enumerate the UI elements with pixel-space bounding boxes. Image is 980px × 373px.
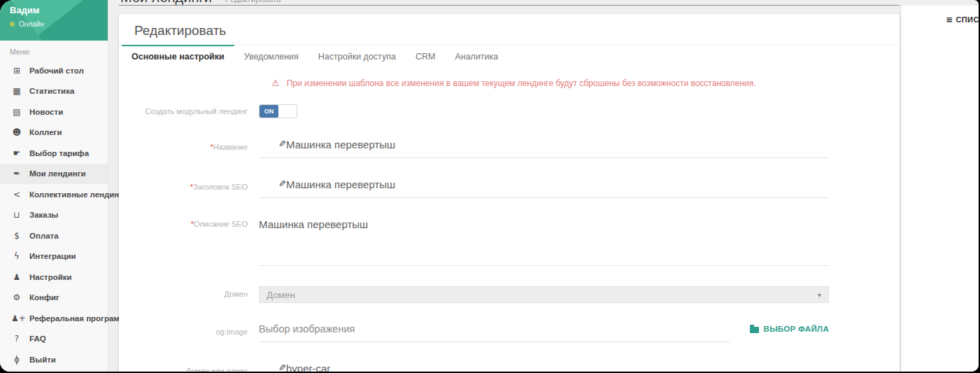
cart-icon: ⊔: [11, 210, 22, 220]
name-label: Название: [213, 143, 248, 151]
seo-title-value: Машинка перевертыш: [286, 178, 395, 190]
alias-input[interactable]: ✎ hyper-car: [259, 363, 829, 372]
user-icon: ♟: [11, 272, 22, 282]
seo-description-row: *Описание SEO Машинка перевертыш: [119, 218, 900, 266]
modular-landing-toggle[interactable]: ON: [259, 104, 297, 118]
dashboard-icon: ⊞: [11, 66, 22, 76]
sidebar-item-tariff[interactable]: ☛ Выбор тарифа: [0, 143, 108, 164]
colleagues-icon: ☻: [11, 127, 22, 137]
og-image-input[interactable]: Выбор изображения: [259, 323, 730, 342]
tab-notifications[interactable]: Уведомления: [234, 45, 308, 68]
sidebar-menu: ⊞ Рабочий стол ▦ Статистика ▤ Новости ☻ …: [0, 60, 108, 370]
sidebar-item-referral[interactable]: ♟+ Реферальная программа: [0, 308, 108, 329]
modular-landing-row: Создать модульный лендинг ON: [119, 104, 900, 118]
pencil-icon: ✎: [267, 363, 286, 372]
edit-card: Редактировать Основные настройки Уведомл…: [119, 14, 900, 372]
toggle-on-label: ON: [260, 105, 278, 118]
pencil-icon: ✎: [267, 139, 286, 149]
sidebar-item-integrations[interactable]: ϟ Интеграции: [0, 246, 108, 267]
settings-form: Создать модульный лендинг ON *Название ✎…: [119, 104, 900, 372]
question-icon: ?: [11, 334, 22, 344]
sidebar-user-panel: Вадим Онлайн: [0, 0, 108, 41]
chevron-down-icon: ▾: [818, 291, 821, 299]
app-window: Вадим Онлайн Меню ⊞ Рабочий стол ▦ Стати…: [0, 0, 979, 372]
seo-description-label: Описание SEO: [194, 220, 248, 228]
plug-icon: ϟ: [11, 251, 22, 261]
template-warning: ⚠ При изменении шаблона все изменения в …: [271, 78, 900, 88]
sidebar: Вадим Онлайн Меню ⊞ Рабочий стол ▦ Стати…: [0, 0, 108, 372]
pencil-icon: ✎: [267, 178, 286, 189]
name-input[interactable]: ✎ Машинка перевертыш: [259, 139, 829, 158]
warning-text: При изменении шаблона все изменения в ва…: [287, 78, 756, 88]
tab-analytics[interactable]: Аналитика: [445, 45, 508, 68]
sidebar-item-logout[interactable]: ɸ Выйти: [0, 349, 108, 370]
hand-pointer-icon: ☛: [11, 148, 22, 158]
seo-title-row: *Заголовок SEO ✎ Машинка перевертыш: [119, 178, 900, 198]
sidebar-item-statistics[interactable]: ▦ Статистика: [0, 81, 108, 102]
alias-row: Домен или алиас ✎ hyper-car: [119, 363, 900, 372]
news-icon: ▤: [11, 107, 22, 117]
page-title: Мои лендинги: [120, 0, 212, 6]
sidebar-item-faq[interactable]: ? FAQ: [0, 329, 108, 350]
warning-icon: ⚠: [271, 78, 280, 88]
user-plus-icon: ♟+: [11, 314, 22, 323]
og-image-row: og:image Выбор изображения ВЫБОР ФАЙЛА: [119, 323, 900, 342]
sidebar-item-settings[interactable]: ♟ Настройки: [0, 267, 108, 288]
alias-label: Домен или алиас: [119, 363, 259, 372]
seo-title-input[interactable]: ✎ Машинка перевертыш: [259, 178, 829, 198]
sidebar-item-news[interactable]: ▤ Новости: [0, 101, 108, 122]
gears-icon: ⚙: [11, 293, 22, 302]
tab-access-settings[interactable]: Настройки доступа: [308, 45, 406, 68]
name-value: Машинка перевертыш: [286, 139, 395, 150]
tab-main-settings[interactable]: Основные настройки: [122, 45, 234, 68]
sidebar-item-colleagues[interactable]: ☻ Коллеги: [0, 122, 108, 143]
right-toolbar: ≡ список: [900, 6, 979, 372]
list-view-button[interactable]: ≡ список: [946, 15, 979, 24]
sidebar-item-config[interactable]: ⚙ Конфиг: [0, 288, 108, 309]
name-row: *Название ✎ Машинка перевертыш: [119, 139, 900, 158]
sidebar-item-collective-landings[interactable]: < Коллективные лендинги: [0, 184, 108, 205]
card-title: Редактировать: [119, 14, 900, 45]
folder-icon: [750, 327, 759, 333]
sidebar-item-payment[interactable]: $ Оплата: [0, 225, 108, 246]
modular-landing-label: Создать модульный лендинг: [119, 104, 259, 115]
menu-section-label: Меню: [10, 48, 98, 56]
choose-file-button[interactable]: ВЫБОР ФАЙЛА: [750, 325, 829, 333]
domain-row: Домен Домен ▾: [119, 286, 900, 303]
tab-bar: Основные настройки Уведомления Настройки…: [119, 45, 900, 68]
seo-description-textarea[interactable]: Машинка перевертыш: [259, 218, 829, 266]
stats-icon: ▦: [11, 86, 22, 96]
online-status-label: Онлайн: [19, 20, 44, 28]
share-icon: <: [11, 190, 22, 199]
domain-label: Домен: [119, 286, 259, 298]
list-icon: ≡: [946, 15, 953, 24]
user-name: Вадим: [10, 5, 108, 15]
sidebar-item-orders[interactable]: ⊔ Заказы: [0, 205, 108, 226]
alias-value: hyper-car: [286, 363, 330, 372]
sidebar-item-my-landings[interactable]: ✒ Мои лендинги: [0, 164, 108, 185]
seo-title-label: Заголовок SEO: [193, 183, 248, 191]
online-status-dot: [10, 22, 15, 27]
breadcrumb: Редактировать: [225, 0, 280, 3]
main-area: Мои лендинги Редактировать ≡ список Реда…: [109, 0, 979, 372]
tab-crm[interactable]: CRM: [406, 45, 445, 68]
page-header: Мои лендинги Редактировать: [119, 0, 900, 6]
power-icon: ɸ: [11, 355, 22, 365]
og-image-label: og:image: [119, 323, 259, 336]
sidebar-item-dashboard[interactable]: ⊞ Рабочий стол: [0, 60, 108, 81]
domain-select[interactable]: Домен ▾: [259, 286, 829, 303]
dollar-icon: $: [11, 231, 22, 241]
pen-nib-icon: ✒: [11, 169, 22, 178]
domain-select-value: Домен: [267, 290, 295, 300]
